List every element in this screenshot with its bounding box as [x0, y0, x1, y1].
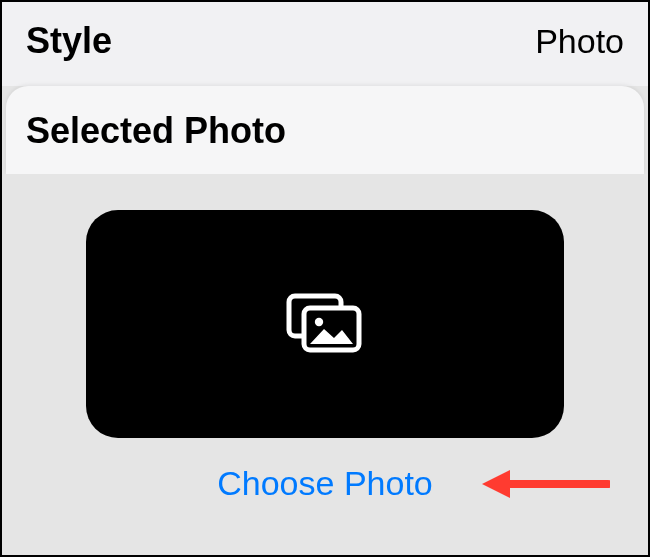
- svg-marker-4: [482, 470, 510, 498]
- content-area: Choose Photo: [2, 174, 648, 503]
- selected-photo-header: Selected Photo: [6, 86, 644, 174]
- choose-photo-row: Choose Photo: [26, 464, 624, 503]
- style-label: Style: [26, 20, 112, 62]
- style-row[interactable]: Style Photo: [2, 2, 648, 86]
- photos-icon: [286, 293, 364, 355]
- style-value: Photo: [535, 22, 624, 61]
- selected-photo-title: Selected Photo: [26, 110, 624, 152]
- annotation-arrow-icon: [480, 466, 610, 502]
- svg-point-2: [315, 318, 323, 326]
- choose-photo-button[interactable]: Choose Photo: [217, 464, 433, 503]
- photo-preview[interactable]: [86, 210, 564, 438]
